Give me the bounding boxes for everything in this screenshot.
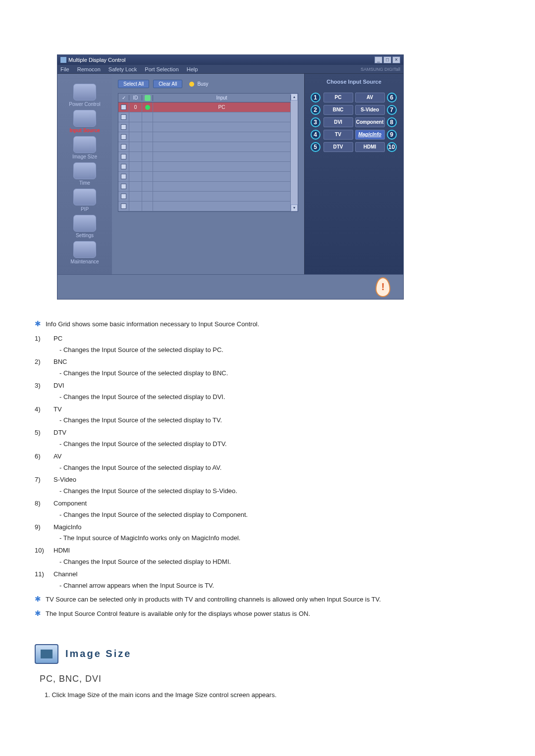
table-row[interactable] [118,182,291,192]
row-checkbox[interactable] [121,174,126,179]
instruction-text: 1. Click Image Size of the main icons an… [45,691,500,699]
source-hdmi-button[interactable]: HDMI [355,142,385,152]
settings-icon [73,215,96,232]
table-row[interactable]: 0 PC [118,102,291,112]
scrollbar[interactable]: ▴ ▾ [291,94,298,211]
input-source-icon [73,110,96,127]
clear-all-button[interactable]: Clear All [153,80,182,88]
sidebar-item-maintenance[interactable]: Maintenance [65,241,105,264]
table-row[interactable] [118,202,291,211]
row-checkbox[interactable] [121,134,126,140]
row-checkbox[interactable] [121,194,126,199]
item-title: DTV [54,428,66,438]
minimize-button[interactable]: _ [374,56,382,63]
item-desc: - Changes the Input Source of the select… [59,463,500,473]
table-row[interactable] [118,112,291,122]
menu-safety-lock[interactable]: Safety Lock [108,66,137,72]
section-title: Image Size [65,648,131,659]
time-icon [73,162,96,179]
row-checkbox[interactable] [121,154,126,159]
status-bar: ! [57,274,403,299]
select-all-button[interactable]: Select All [118,80,149,88]
menu-help[interactable]: Help [187,66,198,72]
list-item: 6)AV [35,452,500,462]
app-icon [60,57,66,63]
row-checkbox[interactable] [121,203,126,209]
content-area: Select All Clear All Busy ✓ ID Input [112,74,304,274]
item-number: 6) [35,452,47,462]
menu-remocon[interactable]: Remocon [77,66,101,72]
menu-file[interactable]: File [60,66,69,72]
power-icon [73,84,96,101]
subheading: PC, BNC, DVI [40,674,500,684]
input-source-panel: Choose Input Source 1 PC AV 6 2 BNC S-Vi… [304,74,403,274]
item-title: HDMI [54,546,70,556]
item-number: 2) [35,357,47,367]
menu-port-selection[interactable]: Port Selection [145,66,178,72]
star-icon: ✱ [35,595,41,605]
grid-header: ✓ ID Input [118,94,291,102]
table-row[interactable] [118,142,291,152]
table-row[interactable] [118,132,291,142]
menubar: File Remocon Safety Lock Port Selection … [57,65,403,74]
item-title: MagicInfo [54,522,81,533]
table-row[interactable] [118,152,291,162]
image-size-icon [73,136,96,153]
source-component-button[interactable]: Component [355,117,385,127]
sidebar-item-label: Time [65,180,105,186]
source-tv-button[interactable]: TV [323,130,353,140]
row-checkbox[interactable] [121,124,126,130]
sidebar-item-pip[interactable]: PIP [65,189,105,212]
note-1: TV Source can be selected only in produc… [46,595,500,605]
col-check[interactable]: ✓ [118,95,129,101]
info-grid: ✓ ID Input 0 PC [118,93,298,212]
brand-text: SAMSUNG DIGITall [361,67,400,72]
source-pc-button[interactable]: PC [323,93,353,102]
scroll-down-button[interactable]: ▾ [291,204,298,211]
close-button[interactable]: × [392,56,400,63]
list-item: 1)PC [35,334,500,344]
item-title: S-Video [54,475,76,485]
row-checkbox[interactable] [121,184,126,189]
source-dtv-button[interactable]: DTV [323,142,353,152]
row-checkbox[interactable] [121,104,126,110]
sidebar-item-power-control[interactable]: Power Control [65,84,105,107]
callout-10: 10 [387,142,397,152]
row-checkbox[interactable] [121,164,126,169]
col-status [142,95,153,101]
source-av-button[interactable]: AV [355,93,385,102]
table-row[interactable] [118,172,291,182]
item-title: Channel [54,569,77,580]
sidebar: Power Control Input Source Image Size Ti… [57,74,112,274]
table-row[interactable] [118,162,291,172]
item-desc: - The Input source of MagicInfo works on… [59,533,500,544]
row-checkbox[interactable] [121,144,126,150]
sidebar-item-label: Maintenance [65,259,105,264]
item-number: 1) [35,334,47,344]
item-number: 11) [35,569,47,580]
app-window: Multiple Display Control _ □ × File Remo… [57,54,404,300]
source-svideo-button[interactable]: S-Video [355,105,385,115]
list-item: 3)DVI [35,381,500,391]
callout-5: 5 [311,142,321,152]
sidebar-item-image-size[interactable]: Image Size [65,136,105,159]
list-item: 5)DTV [35,428,500,438]
callout-8: 8 [387,117,397,127]
item-title: AV [54,452,61,462]
maximize-button[interactable]: □ [383,56,391,63]
item-number: 7) [35,475,47,485]
sidebar-item-input-source[interactable]: Input Source [65,110,105,133]
table-row[interactable] [118,122,291,132]
sidebar-item-time[interactable]: Time [65,162,105,186]
item-desc: - Changes the Input Source of the select… [59,392,500,403]
star-icon: ✱ [35,609,41,619]
scroll-up-button[interactable]: ▴ [291,94,298,101]
table-row[interactable] [118,192,291,202]
source-magicinfo-button[interactable]: MagicInfo [355,130,385,140]
row-checkbox[interactable] [121,114,126,120]
source-dvi-button[interactable]: DVI [323,117,353,127]
sidebar-item-settings[interactable]: Settings [65,215,105,238]
source-bnc-button[interactable]: BNC [323,105,353,115]
section-heading: Image Size [35,644,500,664]
window-controls: _ □ × [374,56,400,63]
